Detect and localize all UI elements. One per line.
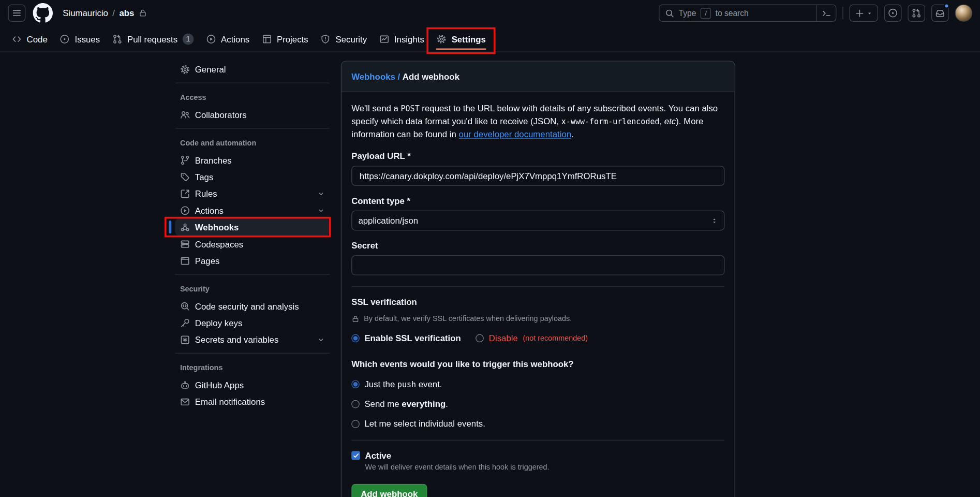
tab-label: Actions [221, 34, 249, 43]
tab-projects[interactable]: Projects [256, 26, 314, 51]
tab-label: Code [27, 34, 48, 43]
sidebar-item-rules[interactable]: Rules [175, 185, 330, 202]
repo-name-link[interactable]: abs [119, 8, 134, 18]
sidebar-item-label: Pages [195, 256, 220, 266]
github-settings-page: Siumauricio / abs Type / to search [0, 0, 980, 497]
git-pull-request-icon [912, 8, 922, 18]
payload-url-input[interactable] [351, 166, 724, 185]
tab-label: Issues [75, 34, 100, 43]
tag-icon [180, 172, 190, 182]
content-type-select[interactable]: application/json [351, 211, 724, 230]
event-everything-label: Send me everything. [364, 399, 448, 408]
selected-indicator-bar [169, 221, 171, 233]
slash-key-hint: / [701, 8, 711, 18]
repo-nav-tabs: Code Issues Pull requests 1 Actions Proj… [0, 26, 980, 52]
search-placeholder-post: to search [716, 8, 749, 18]
tab-label: Security [335, 34, 367, 43]
asterisk-box-icon [180, 334, 190, 344]
event-individual-radio[interactable]: Let me select individual events. [351, 419, 724, 429]
events-heading: Which events would you like to trigger t… [351, 359, 724, 369]
sidebar-item-secrets-variables[interactable]: Secrets and variables [175, 331, 330, 348]
sidebar-item-code-security[interactable]: Code security and analysis [175, 298, 330, 314]
shield-icon [321, 34, 331, 43]
developer-documentation-link[interactable]: our developer documentation [459, 129, 572, 139]
hamburger-menu-button[interactable] [8, 4, 26, 22]
form-divider [351, 286, 724, 287]
add-webhook-button[interactable]: Add webhook [351, 484, 427, 497]
command-palette-button[interactable] [816, 5, 836, 21]
sidebar-item-branches[interactable]: Branches [175, 152, 330, 168]
code-scan-icon [180, 301, 190, 311]
search-input[interactable]: Type / to search [659, 4, 836, 22]
payload-url-label: Payload URL * [351, 151, 724, 161]
disable-ssl-note: (not recommended) [523, 333, 588, 342]
issue-opened-icon [888, 8, 898, 18]
sidebar-item-collaborators[interactable]: Collaborators [175, 106, 330, 123]
active-checkbox[interactable] [351, 451, 360, 460]
tab-settings[interactable]: Settings [430, 26, 492, 51]
search-placeholder-pre: Type [679, 8, 696, 18]
intro-text: . [571, 129, 574, 139]
github-logo[interactable] [33, 3, 53, 23]
radio-unchecked-icon [351, 420, 360, 428]
content-type-value: application/json [358, 215, 418, 225]
key-icon [180, 318, 190, 328]
sidebar-item-email-notifications[interactable]: Email notifications [175, 393, 330, 410]
tab-security[interactable]: Security [315, 26, 373, 51]
tab-label: Pull requests [127, 34, 177, 43]
tab-actions[interactable]: Actions [200, 26, 256, 51]
settings-layout: General Access Collaborators Code and au… [0, 52, 980, 497]
code-icon [12, 34, 22, 43]
sidebar-item-tags[interactable]: Tags [175, 168, 330, 185]
user-avatar[interactable] [955, 4, 973, 22]
pull-requests-dashboard-button[interactable] [908, 4, 925, 22]
disable-ssl-radio[interactable]: Disable (not recommended) [476, 333, 588, 343]
tab-insights[interactable]: Insights [373, 26, 430, 51]
sidebar-item-pages[interactable]: Pages [175, 252, 330, 269]
issues-dashboard-button[interactable] [884, 4, 902, 22]
active-label: Active [365, 450, 391, 460]
add-webhook-card: Webhooks / Add webhook We'll send a POST… [341, 61, 735, 497]
tab-label: Settings [452, 34, 486, 43]
graph-icon [379, 34, 389, 43]
repo-owner-link[interactable]: Siumauricio [63, 8, 108, 18]
play-icon [180, 206, 190, 215]
sidebar-item-deploy-keys[interactable]: Deploy keys [175, 314, 330, 331]
sidebar-item-label: Email notifications [195, 397, 265, 406]
git-pull-request-icon [112, 34, 122, 43]
sidebar-divider [175, 353, 330, 354]
intro-text: We'll send a [351, 103, 400, 113]
settings-sidebar: General Access Collaborators Code and au… [175, 61, 330, 410]
tab-code[interactable]: Code [6, 26, 54, 51]
git-branch-icon [180, 155, 190, 165]
enable-ssl-radio[interactable]: Enable SSL verification [351, 333, 461, 343]
event-push-radio[interactable]: Just the push event. [351, 379, 724, 389]
private-lock-icon [139, 9, 147, 18]
webhook-icon [180, 222, 190, 232]
sidebar-item-webhooks[interactable]: Webhooks [175, 218, 330, 235]
secret-input[interactable] [351, 255, 724, 275]
people-icon [180, 110, 190, 120]
radio-checked-icon [351, 334, 360, 342]
create-new-button[interactable] [850, 4, 878, 22]
event-everything-radio[interactable]: Send me everything. [351, 399, 724, 408]
ssl-options: Enable SSL verification Disable (not rec… [351, 333, 724, 343]
tab-pull-requests[interactable]: Pull requests 1 [106, 26, 200, 51]
post-code: POST [401, 104, 420, 113]
sidebar-item-github-apps[interactable]: GitHub Apps [175, 376, 330, 393]
table-icon [262, 34, 272, 43]
notifications-inbox-button[interactable] [931, 4, 949, 22]
sidebar-item-label: Codespaces [195, 239, 243, 248]
sidebar-section-code-automation: Code and automation [175, 134, 330, 152]
urlencoded-code: x-www-form-urlencoded [561, 117, 660, 126]
sidebar-item-codespaces[interactable]: Codespaces [175, 236, 330, 252]
active-tab-underline [436, 49, 486, 50]
sidebar-item-label: Webhooks [195, 222, 239, 232]
tab-issues[interactable]: Issues [54, 26, 106, 51]
webhooks-breadcrumb-link[interactable]: Webhooks / [351, 71, 400, 81]
updown-caret-icon [711, 217, 718, 224]
sidebar-item-general[interactable]: General [175, 61, 330, 78]
breadcrumb-separator: / [112, 8, 115, 18]
sidebar-item-actions[interactable]: Actions [175, 202, 330, 218]
gear-icon [437, 34, 447, 43]
